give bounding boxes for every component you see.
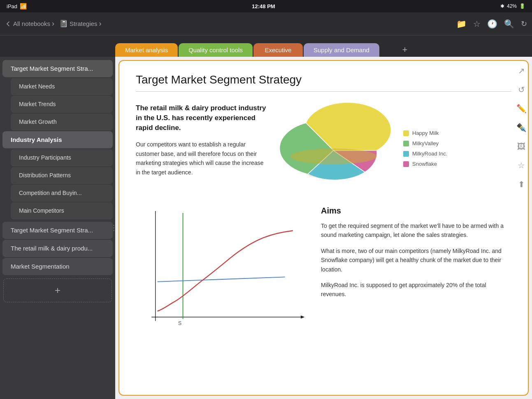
sidebar-item-market-segmentation[interactable]: Market Segmentation: [2, 258, 113, 275]
tab-executive[interactable]: Executive: [253, 43, 303, 57]
legend-item-snowflake: Snowflake: [403, 161, 447, 167]
folder-icon[interactable]: 📁: [456, 19, 467, 29]
legend-label-snowflake: Snowflake: [412, 161, 437, 167]
main-bold-text: The retail milk & dairy product industry…: [136, 103, 267, 132]
sidebar-item-retail-milk[interactable]: The retail milk & dairy produ...: [2, 240, 113, 257]
sidebar-item-industry-participants[interactable]: Industry Participants: [11, 149, 113, 166]
legend-item-milkyroad: MilkyRoad Inc.: [403, 151, 447, 157]
pen-icon[interactable]: ✏️: [516, 103, 527, 114]
status-bar: iPad 📶 12:48 PM ✱ 42% 🔋: [0, 0, 532, 12]
wifi-icon: 📶: [20, 3, 27, 9]
legend-item-milkyvalley: MilkyValley: [403, 140, 447, 146]
tabs-bar: Market analysis Quality control tools Ex…: [0, 35, 532, 57]
legend-color-milkyroad: [403, 151, 409, 157]
sidebar-item-industry-analysis[interactable]: Industry Analysis: [2, 131, 113, 148]
legend-color-happy-milk: [403, 130, 409, 136]
history-icon[interactable]: 🕐: [487, 19, 497, 29]
svg-text:S: S: [178, 320, 181, 326]
sidebar-item-market-needs[interactable]: Market Needs: [11, 78, 113, 95]
status-right: ✱ 42% 🔋: [500, 3, 525, 9]
sidebar-add-button[interactable]: +: [3, 278, 112, 302]
svg-point-1: [290, 148, 376, 164]
sidebar-item-distribution-patterns[interactable]: Distribution Patterns: [11, 167, 113, 184]
legend-label-happy-milk: Happy Milk: [412, 130, 439, 136]
sidebar-item-market-trends[interactable]: Market Trends: [11, 96, 113, 113]
sidebar: Target Market Segment Stra... Market Nee…: [0, 57, 115, 399]
battery-icon: 🔋: [519, 3, 525, 9]
sidebar-item-competition[interactable]: Competition and Buyin...: [11, 185, 113, 202]
aims-text-1: To get the required segment of the marke…: [321, 221, 511, 240]
right-toolbar: ↗ ↺ ✏️ ✒️ 🖼 ☆ ⬆: [516, 65, 527, 190]
legend-color-snowflake: [403, 161, 409, 167]
favorite-icon[interactable]: ☆: [516, 160, 527, 171]
sidebar-item-target-market-bottom[interactable]: Target Market Segment Stra...: [2, 222, 113, 239]
legend-item-happy-milk: Happy Milk: [403, 130, 447, 136]
aims-text-2: What is more, two of our main competitor…: [321, 246, 511, 274]
search-icon[interactable]: 🔍: [504, 19, 514, 29]
share-icon[interactable]: ⬆: [516, 179, 527, 190]
breadcrumb-arrow2: ›: [99, 19, 102, 28]
sidebar-item-target-market-top[interactable]: Target Market Segment Stra...: [2, 60, 113, 77]
nav-bar: All notebooks › 📓 Strategies › 📁 ☆ 🕐 🔍 ↻: [0, 12, 532, 35]
breadcrumb-arrow: ›: [52, 19, 54, 28]
aims-section: Aims To get the required segment of the …: [321, 206, 511, 346]
back-arrow-icon: [5, 21, 12, 27]
line-chart-area: S: [136, 206, 309, 346]
pie-legend: Happy Milk MilkyValley MilkyRoad Inc.: [403, 130, 447, 167]
tab-add-button[interactable]: +: [380, 43, 430, 57]
back-button[interactable]: All notebooks ›: [5, 19, 54, 28]
content-left-text: The retail milk & dairy product industry…: [136, 103, 267, 194]
notebook-icon: 📓: [59, 19, 68, 28]
drag-handle[interactable]: [112, 225, 115, 231]
text-pen-icon[interactable]: ✒️: [516, 122, 527, 133]
legend-label-milkyroad: MilkyRoad Inc.: [412, 151, 447, 157]
battery-label: 42%: [507, 3, 517, 9]
status-time: 12:48 PM: [252, 3, 275, 9]
line-chart: S: [136, 206, 309, 338]
back-label: All notebooks: [13, 20, 50, 27]
doc-title: Target Market Segment Strategy: [136, 73, 511, 92]
svg-marker-4: [301, 315, 305, 319]
legend-color-milkyvalley: [403, 141, 409, 146]
sidebar-item-market-growth[interactable]: Market Growth: [11, 114, 113, 130]
aims-text-3: MilkyRoad Inc. is supposed to get approx…: [321, 281, 511, 299]
main-layout: Target Market Segment Stra... Market Nee…: [0, 57, 532, 399]
bluetooth-icon: ✱: [500, 3, 504, 9]
sidebar-item-main-competitors[interactable]: Main Competitors: [11, 202, 113, 219]
legend-label-milkyvalley: MilkyValley: [412, 140, 439, 146]
main-body-text: Our competitors want to establish a regu…: [136, 140, 267, 177]
content-bottom: S Aims To get the required segment of th…: [136, 206, 511, 346]
undo-icon[interactable]: ↺: [516, 84, 527, 95]
content-top: The retail milk & dairy product industry…: [136, 103, 511, 194]
status-left: iPad 📶: [7, 3, 27, 9]
tab-quality-control[interactable]: Quality control tools: [179, 43, 253, 57]
device-label: iPad: [7, 3, 17, 9]
pie-chart-area: Happy Milk MilkyValley MilkyRoad Inc.: [280, 103, 511, 194]
sync-icon[interactable]: ↻: [521, 19, 527, 28]
aims-title: Aims: [321, 206, 511, 216]
image-icon[interactable]: 🖼: [516, 141, 527, 152]
nav-icons: 📁 ☆ 🕐 🔍 ↻: [456, 19, 527, 29]
star-icon[interactable]: ☆: [473, 19, 481, 29]
sidebar-bottom: Target Market Segment Stra... The retail…: [0, 222, 115, 275]
document: Target Market Segment Strategy The retai…: [118, 60, 529, 396]
expand-icon[interactable]: ↗: [516, 65, 527, 77]
pie-chart: [280, 103, 395, 194]
content-area: ↗ ↺ ✏️ ✒️ 🖼 ☆ ⬆ Target Market Segment St…: [115, 57, 532, 399]
tab-supply-demand[interactable]: Supply and Demand: [304, 43, 379, 57]
strategies-label: Strategies: [70, 20, 98, 27]
tab-market-analysis[interactable]: Market analysis: [115, 43, 178, 57]
breadcrumb: 📓 Strategies ›: [59, 19, 102, 28]
